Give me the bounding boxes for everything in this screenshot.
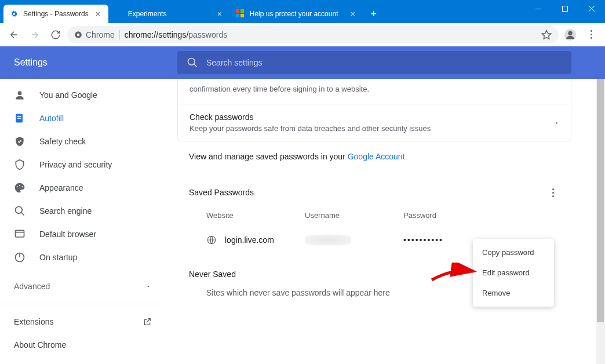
minimize-button[interactable]: [525, 0, 552, 17]
settings-panel: confirmation every time before signing i…: [166, 46, 605, 364]
tab-strip: Settings - Passwords × Experiments × Hel…: [0, 0, 382, 23]
svg-rect-18: [16, 230, 24, 237]
flask-icon: [114, 9, 123, 19]
passwords-table-header: Website Username Password: [177, 204, 571, 227]
maximize-button[interactable]: [552, 0, 578, 17]
sidebar-item-about-chrome[interactable]: About Chrome: [0, 333, 166, 356]
svg-rect-13: [17, 118, 21, 119]
sidebar-item-you-and-google[interactable]: You and Google: [0, 83, 166, 107]
sidebar-item-label: Search engine: [39, 206, 92, 216]
browser-icon: [14, 228, 25, 240]
svg-rect-2: [236, 14, 239, 17]
sidebar-item-label: Autofill: [39, 114, 64, 123]
svg-point-20: [188, 59, 195, 65]
menu-remove[interactable]: Remove: [473, 283, 554, 303]
close-icon[interactable]: ×: [93, 9, 103, 19]
google-account-link[interactable]: Google Account: [348, 152, 405, 161]
svg-point-16: [21, 186, 23, 187]
advanced-label: Advanced: [14, 282, 50, 291]
col-username: Username: [305, 211, 403, 220]
check-passwords-sub: Keep your passwords safe from data breac…: [189, 124, 548, 133]
sidebar-header: Settings: [0, 46, 166, 79]
scrollbar-thumb[interactable]: [597, 79, 604, 322]
tab-settings-passwords[interactable]: Settings - Passwords ×: [3, 5, 108, 23]
sidebar-item-autofill[interactable]: Autofill: [0, 107, 166, 130]
sidebar-item-label: Safety check: [39, 137, 86, 146]
forward-button[interactable]: [25, 26, 44, 44]
sidebar-item-label: Default browser: [39, 230, 96, 239]
svg-point-10: [18, 91, 22, 95]
gear-icon: [9, 9, 19, 19]
svg-rect-1: [240, 9, 244, 13]
tab-label: Settings - Passwords: [23, 10, 89, 18]
svg-rect-12: [17, 116, 21, 117]
menu-copy-password[interactable]: Copy password: [473, 242, 554, 263]
sidebar-item-default-browser[interactable]: Default browser: [0, 223, 166, 246]
chip-label: Chrome: [86, 30, 115, 39]
sidebar-item-label: Appearance: [39, 183, 83, 192]
new-tab-button[interactable]: +: [366, 6, 382, 22]
password-context-menu: Copy password Edit password Remove: [473, 239, 554, 307]
passwords-card: confirmation every time before signing i…: [177, 79, 571, 141]
close-icon[interactable]: ×: [215, 9, 224, 19]
svg-point-9: [568, 31, 572, 35]
check-passwords-row[interactable]: Check passwords Keep your passwords safe…: [178, 104, 571, 141]
reload-button[interactable]: [46, 26, 65, 44]
sidebar-item-extensions[interactable]: Extensions: [0, 310, 166, 333]
divider: [0, 304, 166, 304]
extensions-label: Extensions: [14, 317, 53, 326]
sidebar-title: Settings: [14, 57, 48, 68]
search-bar-container: [166, 46, 605, 79]
settings-main: confirmation every time before signing i…: [166, 79, 605, 364]
site-chip: Chrome: [74, 30, 115, 39]
sidebar-item-safety-check[interactable]: Safety check: [0, 130, 166, 153]
col-password: Password: [403, 211, 560, 220]
check-passwords-title: Check passwords: [189, 112, 548, 122]
ms-icon: [236, 9, 245, 19]
search-icon: [187, 57, 198, 68]
close-button[interactable]: [578, 0, 605, 17]
sidebar-item-appearance[interactable]: Appearance: [0, 176, 166, 199]
back-button[interactable]: [5, 26, 23, 44]
settings-search[interactable]: [177, 51, 571, 74]
username-cell: [305, 235, 403, 245]
sidebar-item-label: You and Google: [39, 90, 97, 100]
sidebar: Settings You and Google Autofill Safety …: [0, 46, 166, 364]
browser-toolbar: Chrome chrome://settings/passwords: [0, 23, 605, 46]
saved-passwords-menu-button[interactable]: [546, 188, 560, 197]
svg-rect-4: [535, 9, 541, 9]
chevron-down-icon: [145, 283, 152, 290]
search-icon: [14, 205, 25, 217]
col-website: Website: [189, 211, 305, 220]
vertical-scrollbar[interactable]: [596, 79, 605, 364]
chrome-menu-button[interactable]: [582, 26, 600, 44]
sidebar-item-privacy-security[interactable]: Privacy and security: [0, 153, 166, 176]
sidebar-item-label: Privacy and security: [39, 160, 112, 169]
saved-passwords-title: Saved Passwords: [189, 188, 254, 197]
svg-point-15: [19, 185, 20, 186]
sidebar-nav: You and Google Autofill Safety check Pri…: [0, 79, 166, 356]
person-icon: [14, 89, 25, 101]
menu-edit-password[interactable]: Edit password: [473, 263, 554, 283]
tab-experiments[interactable]: Experiments ×: [108, 5, 230, 23]
window-titlebar: Settings - Passwords × Experiments × Hel…: [0, 0, 605, 23]
svg-rect-5: [563, 6, 568, 12]
autofill-icon: [14, 112, 25, 124]
external-link-icon: [143, 317, 152, 326]
address-bar[interactable]: Chrome chrome://settings/passwords: [67, 26, 559, 43]
profile-avatar[interactable]: [561, 26, 580, 44]
tab-label: Experiments: [128, 10, 210, 18]
continuation-text: confirmation every time before signing i…: [178, 79, 571, 104]
sidebar-item-search-engine[interactable]: Search engine: [0, 199, 166, 223]
content-area: Settings You and Google Autofill Safety …: [0, 46, 605, 364]
bookmark-star-icon[interactable]: [541, 30, 552, 40]
sidebar-advanced-toggle[interactable]: Advanced: [0, 275, 166, 298]
close-icon[interactable]: ×: [348, 9, 358, 19]
separator: [119, 30, 120, 39]
sidebar-item-label: On startup: [39, 253, 77, 262]
window-controls: [525, 0, 605, 17]
sidebar-item-on-startup[interactable]: On startup: [0, 246, 166, 269]
search-input[interactable]: [206, 58, 562, 67]
chrome-icon: [74, 31, 82, 39]
tab-help-protect[interactable]: Help us protect your account ×: [230, 5, 363, 23]
